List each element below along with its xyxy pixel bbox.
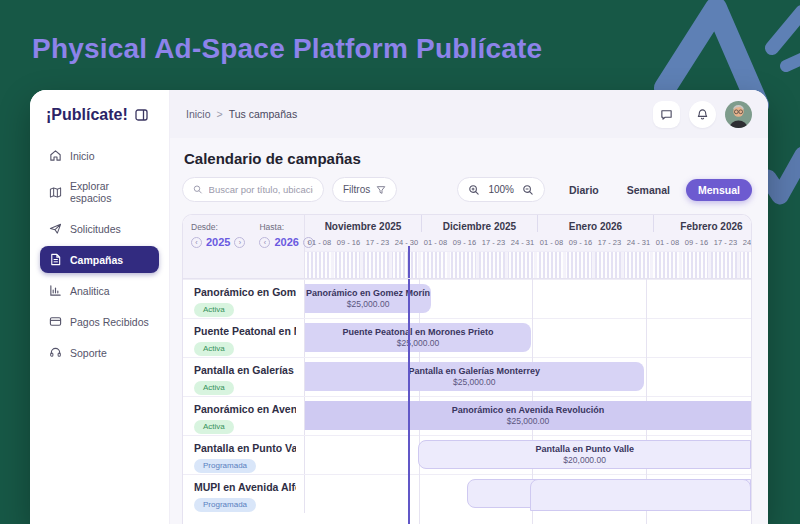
app-logo: ¡Publícate! bbox=[46, 106, 128, 124]
chat-button[interactable] bbox=[653, 101, 680, 128]
sidebar-item-solicitudes[interactable]: Solicitudes bbox=[40, 215, 159, 242]
breadcrumb-current: Tus campañas bbox=[229, 108, 297, 120]
week-label: 01 - 08 bbox=[653, 235, 682, 251]
campaign-lane: MUPI en Avenida Alfonso Reyes $20,000.00 bbox=[305, 475, 751, 513]
month-header: Noviembre 2025 bbox=[305, 215, 421, 232]
avatar-photo bbox=[725, 101, 752, 128]
sidebar-item-soporte[interactable]: Soporte bbox=[40, 339, 159, 366]
campaign-row: Panorámico en Avenida... Activa Panorámi… bbox=[183, 396, 751, 435]
campaign-name-cell[interactable]: Panorámico en Avenida... Activa bbox=[183, 397, 305, 435]
page-title: Calendario de campañas bbox=[184, 150, 752, 167]
tab-diario[interactable]: Diario bbox=[557, 179, 611, 201]
campaign-name: Puente Peatonal en Moro... bbox=[194, 325, 296, 337]
main-area: Inicio > Tus campañas bbox=[170, 90, 768, 524]
campaign-name-cell[interactable]: Panorámico en Gomez M... Activa bbox=[183, 280, 305, 318]
campaign-lane: Panorámico en Avenida Revolución $25,000… bbox=[305, 397, 751, 435]
campaign-bar[interactable]: Pantalla en Galerías Monterrey $25,000.0… bbox=[305, 362, 644, 391]
calendar-header: Desde: ‹ 2025 › Hasta: ‹ bbox=[183, 215, 751, 279]
sidebar: ¡Publícate! Inicio Explorar espacios S bbox=[30, 90, 170, 524]
campaign-bar-partial[interactable] bbox=[530, 479, 751, 511]
breadcrumb-separator: > bbox=[217, 108, 223, 120]
filters-button[interactable]: Filtros bbox=[332, 177, 397, 202]
campaign-bar[interactable]: Panorámico en Gomez Morín $25,000.00 bbox=[305, 284, 431, 313]
hasta-prev-button[interactable]: ‹ bbox=[259, 237, 270, 248]
zoom-in-icon[interactable] bbox=[468, 184, 480, 196]
search-input[interactable] bbox=[209, 184, 313, 195]
desde-year: 2025 bbox=[206, 236, 230, 248]
sidebar-item-explorar-espacios[interactable]: Explorar espacios bbox=[40, 173, 159, 211]
week-label: 17 - 23 bbox=[363, 235, 392, 251]
bar-price: $25,000.00 bbox=[453, 377, 496, 387]
topbar: Inicio > Tus campañas bbox=[170, 90, 768, 138]
week-label: 09 - 16 bbox=[450, 235, 479, 251]
month-header: Diciembre 2025 bbox=[421, 215, 537, 232]
bar-title: Panorámico en Avenida Revolución bbox=[452, 405, 604, 415]
sidebar-item-label: Explorar espacios bbox=[70, 180, 150, 204]
campaign-name-cell[interactable]: MUPI en Avenida Alfonso... Programada bbox=[183, 475, 305, 513]
campaign-bar[interactable]: Pantalla en Punto Valle $20,000.00 bbox=[418, 440, 751, 469]
tab-semanal[interactable]: Semanal bbox=[615, 179, 682, 201]
campaign-row: Puente Peatonal en Moro... Activa Puente… bbox=[183, 318, 751, 357]
campaign-name: Panorámico en Avenida... bbox=[194, 403, 296, 415]
campaign-lane: Pantalla en Punto Valle $20,000.00 bbox=[305, 436, 751, 474]
headset-icon bbox=[49, 346, 62, 359]
sidebar-item-analitica[interactable]: Analitica bbox=[40, 277, 159, 304]
desde-next-button[interactable]: › bbox=[234, 237, 245, 248]
week-label: 24 - 31 bbox=[508, 235, 537, 251]
week-label: 24 - 30 bbox=[392, 235, 421, 251]
breadcrumb: Inicio > Tus campañas bbox=[186, 108, 297, 120]
week-label: 17 - 23 bbox=[711, 235, 740, 251]
campaign-row: Pantalla en Galerías Mon... Activa Panta… bbox=[183, 357, 751, 396]
avatar[interactable] bbox=[725, 101, 752, 128]
campaign-name: Panorámico en Gomez M... bbox=[194, 286, 296, 298]
sidebar-item-label: Soporte bbox=[70, 347, 107, 359]
campaign-name-cell[interactable]: Puente Peatonal en Moro... Activa bbox=[183, 319, 305, 357]
campaign-name: Pantalla en Galerías Mon... bbox=[194, 364, 296, 376]
sidebar-item-campanas[interactable]: Campañas bbox=[40, 246, 159, 273]
sidebar-item-inicio[interactable]: Inicio bbox=[40, 142, 159, 169]
campaign-bar[interactable]: Panorámico en Avenida Revolución $25,000… bbox=[305, 401, 751, 430]
notifications-button[interactable] bbox=[689, 101, 716, 128]
zoom-control: 100% bbox=[457, 177, 545, 202]
status-badge: Activa bbox=[194, 342, 234, 356]
campaign-name: Pantalla en Punto Valle bbox=[194, 442, 296, 454]
bar-title: Pantalla en Punto Valle bbox=[535, 444, 634, 454]
status-badge: Activa bbox=[194, 381, 234, 395]
search-field[interactable] bbox=[182, 177, 324, 202]
chat-icon bbox=[660, 108, 673, 121]
bar-price: $25,000.00 bbox=[347, 299, 390, 309]
week-label: 01 - 08 bbox=[305, 235, 334, 251]
status-badge: Programada bbox=[194, 498, 256, 512]
sidebar-item-pagos-recibidos[interactable]: Pagos Recibidos bbox=[40, 308, 159, 335]
campaign-bar[interactable]: Puente Peatonal en Morones Prieto $25,00… bbox=[305, 323, 531, 352]
zoom-level: 100% bbox=[488, 184, 514, 195]
sidebar-item-label: Inicio bbox=[70, 150, 95, 162]
bar-price: $25,000.00 bbox=[397, 338, 440, 348]
bar-title: Pantalla en Galerías Monterrey bbox=[408, 366, 540, 376]
home-icon bbox=[49, 149, 62, 162]
campaign-name-cell[interactable]: Pantalla en Galerías Mon... Activa bbox=[183, 358, 305, 396]
zoom-out-icon[interactable] bbox=[522, 184, 534, 196]
search-icon bbox=[193, 184, 203, 195]
bar-price: $25,000.00 bbox=[507, 416, 550, 426]
app-window: ¡Publícate! Inicio Explorar espacios S bbox=[30, 90, 768, 524]
desde-control: Desde: ‹ 2025 › bbox=[191, 222, 245, 271]
sidebar-collapse-icon[interactable] bbox=[135, 109, 148, 121]
bell-icon bbox=[696, 108, 709, 121]
month-header: Febrero 2026 bbox=[653, 215, 751, 232]
week-label: 24 - 31 bbox=[624, 235, 653, 251]
week-label: 09 - 16 bbox=[682, 235, 711, 251]
desde-prev-button[interactable]: ‹ bbox=[191, 237, 202, 248]
calendar-panel: Desde: ‹ 2025 › Hasta: ‹ bbox=[182, 214, 752, 524]
campaign-lane: Panorámico en Gomez Morín $25,000.00 bbox=[305, 280, 751, 318]
tab-mensual[interactable]: Mensual bbox=[686, 179, 752, 201]
week-label: 01 - 08 bbox=[537, 235, 566, 251]
week-label: 09 - 16 bbox=[334, 235, 363, 251]
sidebar-item-label: Solicitudes bbox=[70, 223, 121, 235]
campaign-row: Panorámico en Gomez M... Activa Panorámi… bbox=[183, 279, 751, 318]
hasta-year: 2026 bbox=[274, 236, 298, 248]
breadcrumb-home[interactable]: Inicio bbox=[186, 108, 211, 120]
campaign-row: MUPI en Avenida Alfonso... Programada MU… bbox=[183, 474, 751, 513]
chart-icon bbox=[49, 284, 62, 297]
campaign-name-cell[interactable]: Pantalla en Punto Valle Programada bbox=[183, 436, 305, 474]
